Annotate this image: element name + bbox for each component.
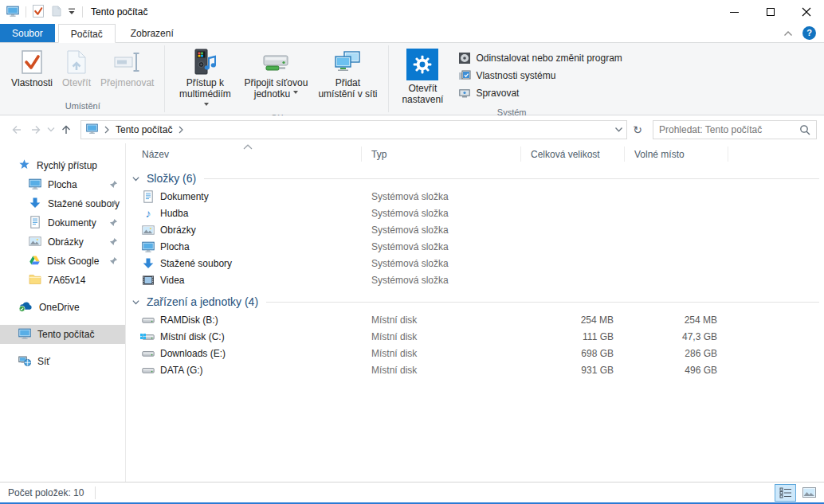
music-icon: ♪ (142, 207, 155, 220)
up-button[interactable] (57, 120, 76, 139)
customize-toolbar-dropdown-icon[interactable] (68, 6, 76, 18)
open-button[interactable]: Otevřít (57, 45, 96, 88)
collapse-ribbon-icon[interactable] (783, 30, 793, 37)
add-network-location-button[interactable]: Přidat umístění v síti (312, 45, 383, 100)
item-free-space: 496 GB (625, 365, 728, 376)
tab-view[interactable]: Zobrazení (119, 24, 186, 42)
sidebar-item-label: Plocha (48, 179, 77, 190)
details-view-icon (779, 487, 792, 498)
group-header-folders[interactable]: Složky (6) (131, 172, 819, 185)
group-collapse-icon[interactable] (131, 298, 140, 307)
tab-file[interactable]: Soubor (0, 24, 55, 42)
sidebar-item-desktop[interactable]: Plocha (0, 175, 125, 194)
recent-locations-dropdown[interactable] (45, 120, 57, 139)
item-name: Místní disk (C:) (160, 331, 225, 342)
media-access-button[interactable]: Přístup k multimédiím (171, 45, 239, 111)
onedrive-icon (18, 301, 33, 315)
file-row-pictures[interactable]: Obrázky Systémová složka (126, 221, 824, 238)
search-icon[interactable] (799, 124, 810, 135)
manage-button[interactable]: Spravovat (455, 85, 625, 101)
drive-row-ramdisk-b[interactable]: RAMDisk (B:) Místní disk 254 MB 254 MB (126, 311, 824, 328)
sidebar-item-this-pc[interactable]: Tento počítač (0, 325, 125, 344)
uninstall-program-label: Odinstalovat nebo změnit program (476, 53, 622, 64)
file-row-videos[interactable]: Videa Systémová složka (126, 272, 824, 288)
system-properties-button[interactable]: Vlastnosti systému (455, 68, 625, 84)
thumbnails-view-icon (802, 487, 816, 498)
item-type: Místní disk (362, 315, 521, 326)
drive-row-downloads-e[interactable]: Downloads (E:) Místní disk 698 GB 286 GB (126, 345, 824, 361)
system-drive-icon (142, 330, 155, 343)
back-button[interactable] (7, 120, 26, 139)
column-header-type[interactable]: Typ (362, 147, 521, 162)
documents-icon (29, 216, 41, 231)
new-folder-quick-icon[interactable] (50, 6, 61, 19)
quick-access-toolbar (6, 5, 83, 20)
file-row-documents[interactable]: Dokumenty Systémová složka (126, 188, 824, 205)
close-button[interactable] (788, 0, 824, 24)
search-input[interactable] (659, 124, 799, 135)
drive-row-data-g[interactable]: DATA (G:) Místní disk 931 GB 496 GB (126, 361, 824, 378)
sidebar-item-documents[interactable]: Dokumenty (0, 213, 125, 232)
ribbon-group-location: Vlastnosti Otevřít Přejmenovat Umístění (2, 43, 163, 115)
breadcrumb-chevron-icon[interactable] (104, 125, 110, 135)
maximize-button[interactable] (752, 0, 788, 24)
file-row-desktop[interactable]: Plocha Systémová složka (126, 238, 824, 255)
sidebar-item-downloads[interactable]: Stažené soubory (0, 194, 125, 213)
location-computer-icon (86, 123, 98, 137)
sidebar-item-onedrive[interactable]: OneDrive (0, 298, 125, 317)
properties-quick-icon[interactable] (33, 5, 44, 20)
pin-icon (109, 180, 118, 191)
open-settings-button[interactable]: Otevřít nastavení (394, 45, 450, 106)
ribbon-group-network: Přístup k multimédiím Připojit síťovou j… (166, 43, 387, 115)
view-switcher (775, 484, 820, 502)
item-free-space: 47,3 GB (625, 331, 728, 342)
sidebar-item-folder-7a65v14[interactable]: 7A65v14 (0, 271, 125, 290)
properties-button[interactable]: Vlastnosti (6, 45, 57, 88)
help-icon[interactable]: ? (802, 26, 816, 40)
sidebar-item-pictures[interactable]: Obrázky (0, 232, 125, 252)
ribbon-group-system: Otevřít nastavení Odinstalovat nebo změn… (390, 43, 633, 115)
search-box[interactable] (653, 120, 817, 139)
minimize-button[interactable] (716, 0, 752, 24)
file-row-music[interactable]: ♪ Hudba Systémová složka (126, 205, 824, 221)
address-history-chevron-icon[interactable] (614, 127, 623, 133)
drive-row-local-disk-c[interactable]: Místní disk (C:) Místní disk 111 GB 47,3… (126, 328, 824, 345)
item-type: Systémová složka (362, 241, 521, 252)
column-header-free-space[interactable]: Volné místo (625, 147, 728, 162)
item-type: Systémová složka (362, 208, 521, 219)
column-headers: Název Typ Celková velikost Volné místo (126, 143, 824, 165)
thumbnails-view-button[interactable] (798, 484, 820, 502)
network-icon (18, 354, 31, 369)
group-header-devices[interactable]: Zařízení a jednotky (4) (131, 295, 819, 308)
breadcrumb-chevron-icon[interactable] (178, 125, 184, 135)
tab-computer[interactable]: Počítač (58, 24, 116, 43)
column-header-total-size[interactable]: Celková velikost (521, 147, 625, 162)
sidebar-item-network[interactable]: Síť (0, 352, 125, 371)
breadcrumb-location[interactable]: Tento počítač (116, 124, 172, 135)
refresh-icon: ↻ (633, 123, 642, 136)
item-name: Stažené soubory (160, 258, 232, 269)
rename-button[interactable]: Přejmenovat (96, 45, 159, 88)
sidebar-item-google-drive[interactable]: Disk Google (0, 252, 125, 271)
uninstall-program-button[interactable]: Odinstalovat nebo změnit program (455, 50, 625, 66)
system-menu-computer-icon[interactable] (6, 5, 19, 20)
open-settings-label: Otevřít nastavení (399, 83, 445, 106)
address-toolbar: Tento počítač ↻ (0, 115, 824, 143)
item-free-space: 286 GB (625, 348, 728, 359)
add-network-location-icon (334, 48, 361, 76)
forward-button[interactable] (26, 120, 45, 139)
hdd-icon (142, 314, 155, 326)
pictures-icon (29, 235, 41, 250)
address-bar[interactable]: Tento počítač (80, 120, 627, 139)
forward-icon (29, 123, 42, 136)
map-network-drive-button[interactable]: Připojit síťovou jednotku (239, 45, 312, 100)
group-collapse-icon[interactable] (131, 174, 140, 183)
details-view-button[interactable] (775, 484, 796, 502)
hdd-icon (142, 364, 155, 377)
videos-icon (142, 274, 155, 287)
refresh-button[interactable]: ↻ (627, 120, 648, 139)
tabrow-right-controls: ? (783, 24, 816, 42)
file-row-downloads[interactable]: Stažené soubory Systémová složka (126, 255, 824, 272)
manage-label: Spravovat (476, 88, 519, 99)
sidebar-item-quick-access[interactable]: Rychlý přístup (0, 156, 125, 175)
